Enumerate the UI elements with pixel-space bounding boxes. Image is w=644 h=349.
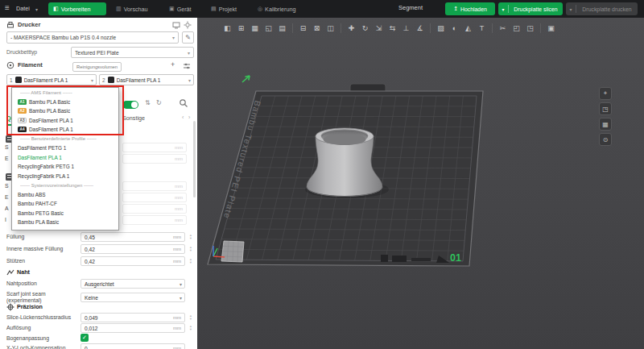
stepper-control[interactable]: ▴▾: [188, 258, 194, 264]
assembly-view-icon[interactable]: ▣: [545, 22, 557, 34]
unit-label: mm: [175, 195, 183, 200]
dropdown-item-label: Bambu PAHT-CF: [18, 201, 57, 206]
flush-volumes-button[interactable]: Reinigungsvolumen: [72, 62, 122, 72]
toggle-knob: [131, 102, 138, 108]
slice-plate-button[interactable]: ▾ Druckplatte slicen: [498, 2, 563, 15]
plate-number: 01: [450, 252, 461, 264]
edit-printer-preset-button[interactable]: ✎: [182, 31, 194, 44]
toolbar-divider: [341, 23, 341, 33]
auto-orient-icon[interactable]: ◱: [262, 22, 275, 34]
param-value: Ausgerichtet: [85, 281, 180, 287]
printer-preset-select[interactable]: - MAKERSPACE Bambu Lab P1S 0.4 nozzle ▾: [6, 31, 179, 44]
delete-object-icon[interactable]: ⊟: [297, 22, 309, 34]
search-icon[interactable]: [179, 98, 188, 108]
plate-marker-icon[interactable]: [242, 76, 250, 82]
move-icon[interactable]: ✚: [345, 22, 357, 34]
tab-scroll-left-icon[interactable]: ‹: [182, 114, 184, 120]
slice-gap-closing-field[interactable]: 0,049 mm: [80, 313, 185, 322]
split-objects-icon[interactable]: ◰: [510, 22, 522, 34]
param-field-partial[interactable]: mm: [122, 204, 187, 214]
unit-label: mm: [173, 346, 181, 349]
model-object-cylinder[interactable]: [307, 128, 382, 196]
upload-button[interactable]: ↥ Hochladen: [445, 2, 495, 15]
arc-fitting-checkbox[interactable]: ✓: [80, 334, 89, 342]
stepper-control[interactable]: ▴▾: [188, 325, 194, 331]
cut-icon[interactable]: ✂: [497, 22, 509, 34]
xy-hole-compensation-field[interactable]: 0 mm: [80, 343, 185, 349]
seam-position-select[interactable]: Ausgerichtet ▾: [80, 279, 185, 289]
internal-solid-infill-field[interactable]: 0,42 mm: [80, 244, 185, 254]
dropdown-item[interactable]: Bambu PLA Matte: [12, 227, 118, 231]
dropdown-item[interactable]: RecyclingFabrik PLA 1: [12, 172, 118, 181]
param-field-partial[interactable]: mm: [122, 154, 187, 164]
dropdown-item[interactable]: Bambu ABS: [12, 190, 118, 200]
resolution-field[interactable]: 0,012 mm: [80, 323, 185, 333]
tab-projekt[interactable]: ▤ Projekt: [206, 2, 250, 15]
scale-icon[interactable]: ⇲: [373, 22, 385, 34]
tab-vorschau[interactable]: ▥ Vorschau: [111, 2, 161, 15]
dropdown-item[interactable]: Bambu PAHT-CF: [12, 199, 118, 209]
mirror-icon[interactable]: ⇆: [386, 22, 398, 34]
upload-label: Hochladen: [460, 6, 487, 12]
add-object-icon[interactable]: ⊞: [235, 22, 247, 34]
plate-settings-icon[interactable]: ◧: [221, 22, 233, 34]
measure-icon[interactable]: ∡: [414, 22, 426, 34]
lock-icon[interactable]: ⊙: [599, 133, 612, 146]
support-paint-icon[interactable]: ▨: [435, 22, 447, 34]
tab-kalibrierung[interactable]: ◎ Kalibrierung: [253, 2, 311, 15]
param-label-fragment: E: [5, 194, 9, 200]
dropdown-item-selected[interactable]: DasFilament PLA 1: [12, 153, 118, 163]
scarf-joint-seam-select[interactable]: Keine ▾: [80, 293, 185, 302]
dropdown-item[interactable]: Bambu PETG Basic: [12, 209, 118, 218]
slice-dropdown-caret-icon[interactable]: ▾: [498, 6, 508, 12]
dropdown-item[interactable]: DasFilament PETG 1: [12, 143, 118, 153]
param-field-partial[interactable]: mm: [122, 181, 187, 191]
stepper-control[interactable]: ▴▾: [188, 314, 194, 321]
tab-vorbereiten[interactable]: ◧ Vorbereiten: [48, 2, 106, 15]
fill-plate-icon[interactable]: ▤: [276, 22, 288, 34]
main-menu-icon[interactable]: ≡: [5, 3, 10, 12]
bed-type-select[interactable]: Textured PEI Plate ▾: [71, 47, 194, 58]
split-plate-icon[interactable]: ◫: [324, 22, 336, 34]
sidebar-scrollbar[interactable]: [193, 121, 196, 197]
plate-list-icon[interactable]: ▦: [599, 118, 612, 131]
clone-object-icon[interactable]: ⊠: [311, 22, 323, 34]
printer-settings-icon[interactable]: [184, 21, 192, 29]
perspective-icon[interactable]: ◳: [599, 102, 612, 115]
split-parts-icon[interactable]: ◳: [524, 22, 536, 34]
param-label-fragment: S: [5, 183, 9, 189]
param-field-partial[interactable]: mm: [122, 215, 187, 225]
add-text-icon[interactable]: T: [476, 22, 488, 34]
auto-arrange-icon[interactable]: ▦: [249, 22, 261, 34]
sort-params-icon[interactable]: ⇅: [145, 99, 151, 106]
reset-params-icon[interactable]: ↻: [156, 99, 162, 106]
support-line-width-field[interactable]: 0,42 mm: [80, 256, 185, 266]
sidebar-panel: Drucker - MAKERSPACE Bambu Lab P1S 0.4 n…: [0, 18, 197, 349]
printer-connection-icon[interactable]: [172, 21, 180, 29]
tab-scroll-right-icon[interactable]: ›: [188, 114, 190, 120]
filament-slot-1[interactable]: 1 DasFilament PLA 1 ▾: [6, 74, 97, 85]
advanced-mode-toggle[interactable]: [122, 101, 138, 109]
dropdown-item[interactable]: RecyclingFabrik PETG 1: [12, 162, 118, 172]
param-label-fragment: A: [5, 206, 9, 211]
seam-paint-icon[interactable]: ◭: [462, 22, 474, 34]
wipe-tower[interactable]: [221, 241, 244, 262]
add-filament-icon[interactable]: +: [171, 60, 175, 69]
filament-slot-2[interactable]: 2 DasFilament PLA 1 ▾: [99, 74, 194, 85]
tab-geraet[interactable]: ▣ Gerät: [164, 2, 203, 15]
file-menu[interactable]: Datei: [16, 5, 30, 12]
printer-icon: [6, 21, 14, 29]
rotate-icon[interactable]: ↻: [359, 22, 371, 34]
lay-flat-icon[interactable]: ⊥: [400, 22, 412, 34]
stepper-control[interactable]: ▴▾: [188, 234, 194, 240]
param-field-partial[interactable]: mm: [122, 143, 187, 152]
tab-sonstige[interactable]: Sonstige: [122, 114, 145, 122]
viewport-3d[interactable]: Bambu Textured PEI Plate: [197, 18, 644, 349]
color-paint-icon[interactable]: ◐: [448, 22, 460, 34]
fit-view-icon[interactable]: ⌖: [599, 87, 612, 100]
dropdown-item[interactable]: Bambu PLA Basic: [12, 218, 118, 227]
infill-line-width-field[interactable]: 0,45 mm: [80, 232, 185, 242]
stepper-control[interactable]: ▴▾: [188, 246, 194, 252]
filament-settings-icon[interactable]: [183, 62, 191, 70]
param-field-partial[interactable]: mm: [122, 193, 187, 202]
